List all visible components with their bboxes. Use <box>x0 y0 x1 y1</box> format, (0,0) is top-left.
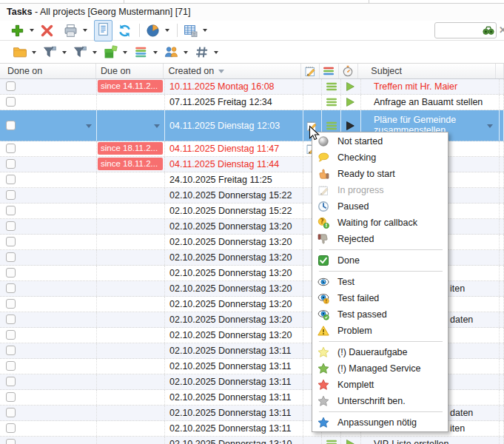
filter-button[interactable] <box>43 44 67 61</box>
done-on-cell <box>0 219 97 234</box>
delete-button[interactable] <box>40 21 54 39</box>
colored-lines-icon <box>323 65 335 77</box>
dropdown-arrow[interactable] <box>165 29 169 32</box>
dropdown-arrow[interactable] <box>62 51 67 54</box>
cell-dropdown-arrow[interactable] <box>487 124 493 128</box>
status-filter-button[interactable] <box>134 44 158 61</box>
done-on-cell <box>0 250 97 265</box>
play-icon[interactable] <box>344 81 356 92</box>
done-checkbox[interactable] <box>6 361 16 371</box>
menu-item-paused[interactable]: Paused <box>312 198 448 215</box>
dropdown-arrow[interactable] <box>32 51 36 54</box>
column-header-icon[interactable] <box>339 64 359 78</box>
star-green-icon <box>317 363 329 374</box>
column-header-due-on[interactable]: Due on <box>96 64 164 78</box>
done-checkbox[interactable] <box>6 121 16 130</box>
done-checkbox[interactable] <box>6 283 16 293</box>
menu-item-test[interactable]: Test <box>312 274 448 290</box>
column-header-done-on[interactable]: Done on <box>0 64 96 78</box>
done-checkbox[interactable] <box>6 423 16 433</box>
menu-item-checking[interactable]: Checking <box>312 149 448 166</box>
edge-cell <box>500 266 504 280</box>
done-checkbox[interactable] <box>6 175 16 184</box>
lines4-icon <box>134 45 148 59</box>
menu-item-done[interactable]: Done <box>312 252 448 269</box>
table-view-button[interactable] <box>184 21 207 39</box>
done-checkbox[interactable] <box>6 392 16 402</box>
menu-item-unterschrift-ben-[interactable]: Unterschrift ben. <box>312 393 448 409</box>
done-checkbox[interactable] <box>6 330 16 340</box>
status-lines-icon[interactable] <box>326 120 337 132</box>
dropdown-arrow[interactable] <box>214 51 218 54</box>
done-checkbox[interactable] <box>6 408 16 417</box>
column-header-created-on[interactable]: Created on <box>164 64 301 78</box>
new-task-button[interactable] <box>10 21 34 39</box>
due-on-cell <box>97 328 165 343</box>
menu-item-waiting-for-callback[interactable]: ?!Waiting for callback <box>312 215 448 231</box>
preview-toggle-button[interactable] <box>92 21 115 39</box>
filter2-button[interactable] <box>73 44 97 61</box>
menu-item-komplett[interactable]: Komplett <box>312 377 448 393</box>
done-checkbox[interactable] <box>6 252 16 262</box>
done-checkbox[interactable] <box>6 377 16 386</box>
chart-button[interactable] <box>146 21 169 39</box>
column-header-icon[interactable] <box>320 64 339 78</box>
done-checkbox[interactable] <box>6 299 16 309</box>
cell-dropdown-arrow[interactable] <box>86 124 92 128</box>
status-lines-icon[interactable] <box>326 81 337 92</box>
due-on-cell <box>97 219 165 234</box>
menu-item-ready-to-start[interactable]: Ready to start <box>312 166 448 182</box>
dropdown-arrow[interactable] <box>153 51 158 54</box>
done-checkbox[interactable] <box>6 190 16 200</box>
play-icon[interactable] <box>344 96 356 108</box>
group-button[interactable] <box>104 44 127 61</box>
xdel-icon <box>40 24 54 38</box>
play-icon[interactable] <box>344 120 356 132</box>
dropdown-arrow[interactable] <box>83 29 87 32</box>
done-checkbox[interactable] <box>6 268 16 278</box>
done-checkbox[interactable] <box>6 314 16 324</box>
users-button[interactable] <box>164 44 188 61</box>
play-icon[interactable] <box>344 438 356 444</box>
dropdown-arrow[interactable] <box>184 51 188 54</box>
cell-dropdown-arrow[interactable] <box>154 124 160 128</box>
done-checkbox[interactable] <box>6 81 16 91</box>
menu-item--daueraufgabe[interactable]: (!) Daueraufgabe <box>312 344 448 360</box>
done-checkbox[interactable] <box>6 206 16 215</box>
done-checkbox[interactable] <box>6 346 16 355</box>
status-lines-icon[interactable] <box>326 438 337 444</box>
edge-cell <box>500 188 504 203</box>
task-row[interactable]: 07.11.2025 Freitag 12:34Anfrage an Bauam… <box>0 95 504 110</box>
subject-text-fragment: daten <box>450 312 473 327</box>
dropdown-arrow[interactable] <box>30 29 34 32</box>
menu-item-label: Test passed <box>337 309 387 320</box>
folder-button[interactable] <box>13 44 36 61</box>
dropdown-arrow[interactable] <box>93 51 97 54</box>
menu-item-rejected[interactable]: Rejected <box>312 231 448 247</box>
search-box[interactable] <box>434 22 497 38</box>
column-header-subject[interactable]: Subject <box>358 64 496 78</box>
status-lines-icon[interactable] <box>326 96 337 108</box>
dropdown-arrow[interactable] <box>123 51 127 54</box>
task-row[interactable]: 02.10.2025 Donnerstag 13:10VIP-Liste ers… <box>0 437 504 444</box>
menu-item-not-started[interactable]: Not started <box>312 133 448 149</box>
task-row[interactable]: since 14.11.2...10.11.2025 Montag 16:08T… <box>0 79 504 95</box>
mouse-cursor <box>309 125 322 143</box>
menu-item-anpassungen-nötig[interactable]: Anpassungen nötig <box>312 414 448 431</box>
menu-item-test-failed[interactable]: !Test failed <box>312 290 448 306</box>
done-checkbox[interactable] <box>6 159 16 169</box>
done-checkbox[interactable] <box>6 144 16 153</box>
menu-item-test-passed[interactable]: Test passed <box>312 306 448 323</box>
funnel-icon <box>73 45 87 59</box>
done-checkbox[interactable] <box>6 221 16 231</box>
dropdown-arrow[interactable] <box>203 29 207 32</box>
done-checkbox[interactable] <box>6 97 16 107</box>
done-checkbox[interactable] <box>6 237 16 246</box>
menu-item--managed-service[interactable]: (!) Managed Service <box>312 360 448 377</box>
refresh-button[interactable] <box>118 21 132 39</box>
tags-button[interactable] <box>195 44 218 61</box>
column-header-icon[interactable] <box>301 64 320 78</box>
menu-item-problem[interactable]: Problem <box>312 323 448 339</box>
print-button[interactable] <box>64 21 87 39</box>
done-checkbox[interactable] <box>6 439 16 444</box>
